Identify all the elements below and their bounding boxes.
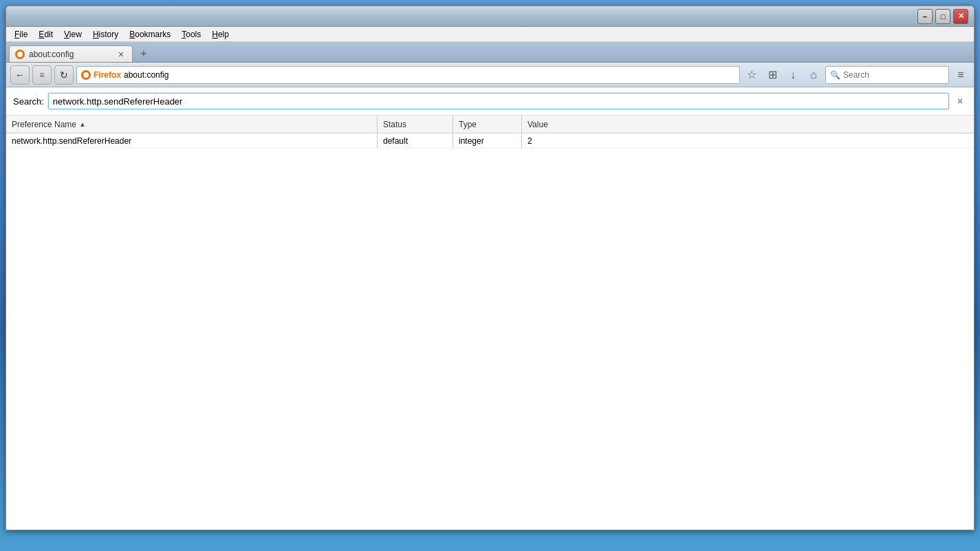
address-input[interactable] (124, 70, 735, 80)
tab-about-config[interactable]: about:config × (9, 45, 133, 62)
tab-close-button[interactable]: × (116, 49, 127, 60)
column-value-label: Value (527, 120, 548, 129)
config-search-clear-button[interactable]: × (953, 94, 967, 108)
row-type: integer (453, 133, 522, 148)
address-bar[interactable]: Firefox (76, 66, 740, 84)
table-header: Preference Name ▲ Status Type Value (6, 116, 974, 133)
menu-button[interactable]: ≡ (952, 66, 970, 84)
column-status[interactable]: Status (378, 116, 453, 133)
menu-bar: File Edit View History Bookmarks Tools H… (6, 27, 974, 42)
content-area: Search: × Preference Name ▲ Status Type … (6, 87, 974, 530)
column-pref-name-label: Preference Name (12, 120, 76, 129)
config-search-bar: Search: × (6, 87, 974, 116)
refresh-button[interactable]: ↻ (54, 65, 74, 85)
navigation-bar: ← ≡ ↻ Firefox ☆ ⊞ ↓ ⌂ 🔍 ≡ (6, 63, 974, 87)
config-table: Preference Name ▲ Status Type Value netw… (6, 116, 974, 530)
minimize-button[interactable]: – (917, 9, 933, 24)
column-value[interactable]: Value (522, 116, 953, 133)
close-button[interactable]: ✕ (953, 9, 968, 24)
sort-arrow-icon: ▲ (79, 120, 86, 128)
row-pref-name: network.http.sendRefererHeader (6, 133, 378, 148)
column-pref-name[interactable]: Preference Name ▲ (6, 116, 378, 133)
search-icon: 🔍 (830, 70, 840, 80)
row-status: default (378, 133, 453, 148)
row-value: 2 (522, 133, 953, 148)
menu-file[interactable]: File (9, 28, 33, 41)
config-search-input[interactable] (48, 93, 949, 109)
browser-window: – □ ✕ File Edit View History Bookmarks T… (6, 6, 974, 530)
maximize-button[interactable]: □ (935, 9, 950, 24)
menu-view[interactable]: View (58, 28, 87, 41)
menu-tools[interactable]: Tools (176, 28, 206, 41)
search-bar[interactable]: 🔍 (825, 66, 949, 84)
column-status-label: Status (383, 120, 406, 129)
window-controls: – □ ✕ (917, 9, 968, 24)
search-label: Search: (13, 96, 44, 107)
row-actions (953, 133, 974, 148)
pref-name-value: network.http.sendRefererHeader (12, 136, 131, 146)
type-value: integer (459, 136, 484, 146)
bookmark-list-button[interactable]: ⊞ (763, 66, 781, 84)
reader-mode-button[interactable]: ≡ (32, 65, 52, 85)
new-tab-button[interactable]: + (135, 45, 152, 62)
download-button[interactable]: ↓ (784, 66, 802, 84)
status-value: default (383, 136, 408, 146)
back-button[interactable]: ← (10, 65, 30, 85)
menu-history[interactable]: History (87, 28, 124, 41)
menu-help[interactable]: Help (206, 28, 235, 41)
search-input[interactable] (843, 70, 946, 80)
bookmark-star-button[interactable]: ☆ (743, 66, 761, 84)
tab-bar: about:config × + (6, 42, 974, 63)
title-bar: – □ ✕ (6, 6, 974, 27)
value-value: 2 (527, 136, 532, 146)
address-favicon (81, 70, 91, 80)
home-button[interactable]: ⌂ (805, 66, 823, 84)
browser-label: Firefox (94, 70, 121, 80)
menu-edit[interactable]: Edit (33, 28, 58, 41)
column-type[interactable]: Type (453, 116, 522, 133)
column-actions (953, 116, 974, 133)
column-type-label: Type (459, 120, 477, 129)
table-row[interactable]: network.http.sendRefererHeader default i… (6, 133, 974, 149)
tab-favicon (15, 50, 25, 59)
menu-bookmarks[interactable]: Bookmarks (124, 28, 176, 41)
tab-title: about:config (29, 50, 111, 59)
